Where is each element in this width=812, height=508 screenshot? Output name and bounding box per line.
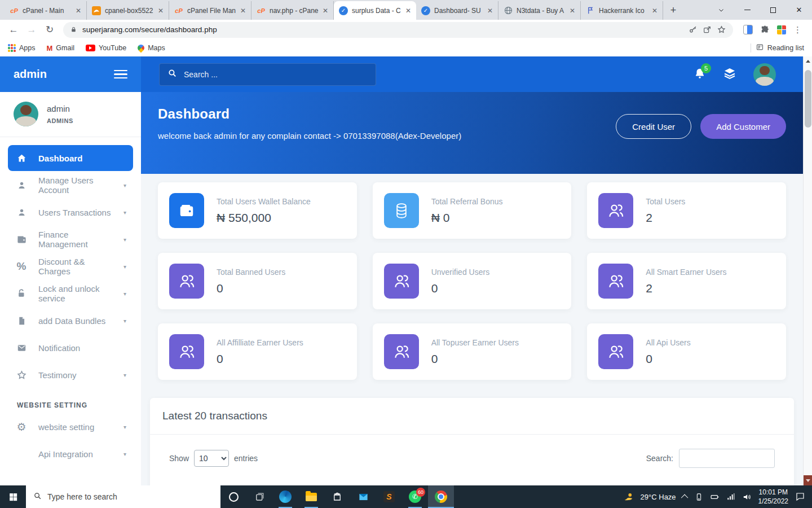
sidebar-item-api-integration[interactable]: Api Integration ▾ bbox=[8, 441, 133, 467]
tab-hackerrank[interactable]: Hackerrank Ico ✕ bbox=[581, 1, 663, 20]
brand-area: admin bbox=[0, 56, 141, 92]
tab-close-icon[interactable]: ✕ bbox=[652, 7, 657, 15]
tab-phpmyadmin[interactable]: cpanel-box5522 ✕ bbox=[87, 1, 169, 20]
sidebar-item-website-setting[interactable]: ⚙ website setting ▾ bbox=[8, 414, 133, 440]
sidebar-item-lock-unlock-service[interactable]: Lock and unlock service ▾ bbox=[8, 281, 133, 306]
sidebar-item-manage-users-account[interactable]: Manage Users Account ▾ bbox=[8, 172, 133, 198]
sidebar-item-notification[interactable]: Notification bbox=[8, 335, 133, 361]
user-avatar[interactable] bbox=[753, 63, 776, 86]
tray-expand-chevron[interactable] bbox=[681, 494, 688, 501]
sidebar-item-finance-management[interactable]: Finance Management ▾ bbox=[8, 226, 133, 252]
tab-navphp[interactable]: cP nav.php - cPane ✕ bbox=[251, 1, 334, 20]
bookmark-youtube[interactable]: YouTube bbox=[86, 44, 126, 52]
tab-close-icon[interactable]: ✕ bbox=[323, 7, 328, 15]
tab-close-icon[interactable]: ✕ bbox=[405, 7, 411, 15]
scroll-down-arrow[interactable] bbox=[804, 475, 812, 485]
volume-icon[interactable] bbox=[742, 492, 752, 502]
network-icon[interactable] bbox=[726, 492, 735, 501]
puzzle-extensions-icon[interactable] bbox=[760, 25, 770, 34]
edge-icon[interactable] bbox=[272, 485, 298, 508]
close-window-button[interactable]: ✕ bbox=[786, 0, 812, 20]
cortana-icon[interactable] bbox=[220, 485, 246, 508]
lock-icon bbox=[70, 26, 77, 33]
tab-surplus-data-active[interactable]: ✓ surplus Data - C ✕ bbox=[334, 1, 416, 20]
stat-value: 0 bbox=[217, 352, 303, 366]
reading-list-extension-icon[interactable] bbox=[743, 25, 753, 34]
check-circle-icon: ✓ bbox=[339, 6, 348, 15]
tab-close-icon[interactable]: ✕ bbox=[76, 7, 81, 15]
taskbar-search-box[interactable] bbox=[26, 485, 220, 508]
microsoft-store-icon[interactable] bbox=[324, 485, 350, 508]
back-button[interactable]: ← bbox=[6, 22, 21, 38]
bookmark-star-icon[interactable] bbox=[717, 25, 726, 34]
chrome-icon[interactable] bbox=[428, 485, 454, 508]
sidebar-item-discount-charges[interactable]: % Discount && Charges ▾ bbox=[8, 253, 133, 279]
bookmark-maps[interactable]: Maps bbox=[138, 44, 165, 52]
sublime-icon[interactable]: S bbox=[376, 485, 402, 508]
bookmark-gmail[interactable]: M Gmail bbox=[47, 44, 75, 52]
tab-close-icon[interactable]: ✕ bbox=[487, 7, 493, 15]
tab-n3tdata[interactable]: N3tdata - Buy A ✕ bbox=[498, 1, 581, 20]
unlock-icon bbox=[15, 288, 28, 299]
tab-dashboard-su[interactable]: ✓ Dashboard- SU ✕ bbox=[416, 1, 498, 20]
url-text[interactable]: superjarang.com/secure/dashboard.php bbox=[82, 25, 683, 34]
reload-button[interactable]: ↻ bbox=[42, 22, 58, 38]
tab-close-icon[interactable]: ✕ bbox=[158, 7, 164, 15]
address-bar[interactable]: superjarang.com/secure/dashboard.php bbox=[63, 22, 733, 38]
maximize-button[interactable] bbox=[760, 0, 786, 20]
entries-select[interactable]: 10 bbox=[194, 450, 229, 467]
table-search-input[interactable] bbox=[679, 449, 775, 468]
taskbar-clock[interactable]: 10:01 PM 1/25/2022 bbox=[758, 488, 788, 506]
sidebar-item-users-transactions[interactable]: Users Transactions ▾ bbox=[8, 199, 133, 225]
hero-buttons: Credit User Add Customer bbox=[616, 114, 786, 139]
browser-toolbar: ← → ↻ superjarang.com/secure/dashboard.p… bbox=[0, 20, 812, 40]
chevron-down-icon: ▾ bbox=[123, 209, 126, 216]
colorful-extension-icon[interactable] bbox=[777, 25, 786, 34]
mail-icon[interactable] bbox=[350, 485, 376, 508]
reading-list-area: Reading list bbox=[751, 43, 804, 53]
start-button[interactable] bbox=[0, 485, 26, 508]
new-tab-button[interactable]: + bbox=[665, 2, 681, 18]
add-customer-button[interactable]: Add Customer bbox=[700, 114, 786, 139]
gmail-icon: M bbox=[47, 44, 53, 52]
forward-button[interactable]: → bbox=[24, 22, 39, 38]
share-icon[interactable] bbox=[703, 25, 712, 34]
entries-control: Show 10 entries bbox=[169, 450, 258, 467]
tab-close-icon[interactable]: ✕ bbox=[240, 7, 246, 15]
sidebar-item-add-data-bundles[interactable]: add Data Bundles ▾ bbox=[8, 308, 133, 334]
your-phone-icon[interactable] bbox=[695, 493, 703, 501]
file-icon bbox=[15, 316, 28, 326]
whatsapp-icon[interactable]: ✆60 bbox=[402, 485, 428, 508]
page-scrollbar[interactable] bbox=[803, 56, 812, 485]
weather-text[interactable]: 29°C Haze bbox=[641, 493, 676, 501]
file-explorer-icon[interactable] bbox=[298, 485, 324, 508]
app-search-bar[interactable] bbox=[159, 63, 376, 86]
task-view-icon[interactable] bbox=[246, 485, 272, 508]
sidebar-item-label: Lock and unlock service bbox=[38, 284, 113, 303]
taskbar-search-input[interactable] bbox=[47, 492, 213, 501]
weather-icon[interactable] bbox=[623, 492, 634, 502]
action-center-icon[interactable] bbox=[795, 492, 805, 502]
battery-icon[interactable] bbox=[710, 492, 720, 502]
sidebar-item-label: add Data Bundles bbox=[38, 316, 105, 326]
profile-chevron-icon[interactable] bbox=[708, 0, 734, 20]
app-search-input[interactable] bbox=[184, 70, 368, 79]
reading-list-button[interactable]: Reading list bbox=[756, 43, 804, 53]
tab-close-icon[interactable]: ✕ bbox=[570, 7, 575, 15]
hamburger-menu-icon[interactable] bbox=[114, 68, 127, 81]
app-body: admin ADMINS Dashboard Manage Users Acco… bbox=[0, 92, 803, 485]
scrollbar-thumb[interactable] bbox=[805, 70, 811, 128]
sidebar-item-dashboard[interactable]: Dashboard bbox=[8, 145, 133, 171]
screen: cP cPanel - Main ✕ cpanel-box5522 ✕ cP c… bbox=[0, 0, 812, 508]
tab-cpanel-main[interactable]: cP cPanel - Main ✕ bbox=[5, 1, 87, 20]
tab-cpanel-filemanager[interactable]: cP cPanel File Man ✕ bbox=[169, 1, 251, 20]
browser-menu-icon[interactable]: ⋮ bbox=[793, 25, 802, 35]
notifications-bell-icon[interactable]: 5 bbox=[694, 67, 706, 82]
sidebar-item-testimony[interactable]: Testimony ▾ bbox=[8, 362, 133, 388]
key-icon[interactable] bbox=[689, 25, 698, 34]
credit-user-button[interactable]: Credit User bbox=[616, 114, 691, 139]
layers-icon[interactable] bbox=[723, 67, 736, 82]
minimize-button[interactable] bbox=[734, 0, 760, 20]
scroll-up-arrow[interactable] bbox=[804, 56, 812, 65]
bookmark-apps[interactable]: Apps bbox=[8, 44, 36, 52]
